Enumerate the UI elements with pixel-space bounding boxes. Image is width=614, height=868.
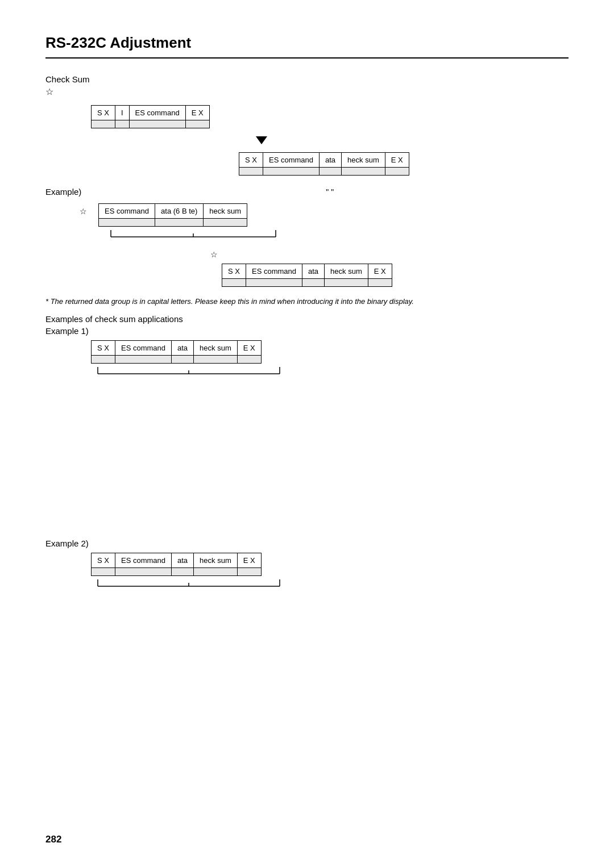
e2-ex: E X	[237, 553, 261, 567]
second-example-diagram-table: S X ES command ata heck sum E X	[222, 264, 392, 287]
btd-row2	[239, 168, 409, 176]
e2-row2	[92, 567, 262, 575]
ex-es-r2	[99, 219, 155, 227]
btd-ex: E X	[385, 153, 409, 168]
example-diagram-table: ES command ata (6 B te) heck sum	[98, 203, 247, 227]
top-cell-i-r2	[115, 120, 129, 128]
e1-row1: S X ES command ata heck sum E X	[92, 340, 262, 355]
arrow-down-icon	[256, 136, 267, 144]
e2-row1: S X ES command ata heck sum E X	[92, 553, 262, 567]
btd-row1: S X ES command ata heck sum E X	[239, 153, 409, 168]
e1-es: ES command	[115, 340, 171, 355]
ex2-ex-r2	[368, 279, 392, 287]
e1-sx-r2	[92, 355, 115, 363]
ex2-ata: ata	[302, 264, 325, 279]
bottom-top-diagram-table: S X ES command ata heck sum E X	[239, 152, 409, 176]
example-label: Example)	[45, 187, 81, 197]
top-cell-es-r2	[129, 120, 185, 128]
btd-ata-r2	[320, 168, 342, 176]
e2-ata-r2	[172, 567, 194, 575]
example2-diagram-table: S X ES command ata heck sum E X	[91, 553, 262, 576]
ex-heck-r2	[204, 219, 247, 227]
second-star-row: ☆	[210, 249, 569, 259]
e1-ex: E X	[237, 340, 261, 355]
example-bracket	[99, 228, 287, 238]
e1-row2	[92, 355, 262, 363]
btd-es-r2	[263, 168, 319, 176]
example-diagram-row: ☆ ES command ata (6 B te) heck sum	[80, 203, 569, 238]
top-cell-sx-r2	[92, 120, 115, 128]
example2-diagram-wrapper: S X ES command ata heck sum E X	[91, 553, 569, 587]
example1-bracket	[92, 365, 569, 375]
example1-diagram-table: S X ES command ata heck sum E X	[91, 340, 262, 364]
example2-bracket	[92, 577, 569, 587]
quote-note: " "	[326, 187, 334, 197]
ex2-es: ES command	[246, 264, 302, 279]
e1-heck: heck sum	[194, 340, 238, 355]
ex2-ata-r2	[302, 279, 325, 287]
page-number: 282	[45, 834, 61, 845]
btd-es: ES command	[263, 153, 319, 168]
example-diagram-wrapper: ES command ata (6 B te) heck sum	[98, 203, 287, 238]
bottom-top-diagram-wrapper: S X ES command ata heck sum E X	[239, 152, 569, 176]
top-diagram-row1: S X I ES command E X	[92, 106, 210, 120]
ex-ata-r2	[155, 219, 204, 227]
ex2-sx-r2	[222, 279, 246, 287]
e2-sx: S X	[92, 553, 115, 567]
e2-heck-r2	[194, 567, 238, 575]
btd-ata: ata	[320, 153, 342, 168]
star-symbol-1: ☆	[45, 86, 569, 97]
ex2-sx: S X	[222, 264, 246, 279]
e2-sx-r2	[92, 567, 115, 575]
top-cell-ex-r2	[185, 120, 209, 128]
e2-es: ES command	[115, 553, 171, 567]
top-diagram-row2	[92, 120, 210, 128]
btd-heck-r2	[342, 168, 385, 176]
top-cell-sx: S X	[92, 106, 115, 120]
top-diagram-table: S X I ES command E X	[91, 105, 210, 128]
ex2-row1: S X ES command ata heck sum E X	[222, 264, 392, 279]
e2-heck: heck sum	[194, 553, 238, 567]
ex2-ex: E X	[368, 264, 392, 279]
ex-diag-row1: ES command ata (6 B te) heck sum	[99, 204, 247, 219]
example1-label: Example 1)	[45, 326, 569, 336]
btd-ex-r2	[385, 168, 409, 176]
example1-diagram-wrapper: S X ES command ata heck sum E X	[91, 340, 569, 375]
btd-sx: S X	[239, 153, 263, 168]
e1-ex-r2	[237, 355, 261, 363]
top-diagram-wrapper: S X I ES command E X	[91, 105, 569, 128]
e1-sx: S X	[92, 340, 115, 355]
ex2-row2	[222, 279, 392, 287]
top-cell-es-command: ES command	[129, 106, 185, 120]
ex2-heck: heck sum	[325, 264, 368, 279]
e2-es-r2	[115, 567, 171, 575]
btd-sx-r2	[239, 168, 263, 176]
btd-heck: heck sum	[342, 153, 385, 168]
star-symbol-2: ☆	[80, 207, 87, 216]
e1-heck-r2	[194, 355, 238, 363]
page-title: RS-232C Adjustment	[45, 34, 569, 59]
ex2-heck-r2	[325, 279, 368, 287]
e2-ex-r2	[237, 567, 261, 575]
arrow-down-container	[256, 136, 569, 144]
e2-ata: ata	[172, 553, 194, 567]
ex-ata: ata (6 B te)	[155, 204, 204, 219]
example-label-row: Example) " "	[45, 187, 569, 197]
top-cell-ex: E X	[185, 106, 209, 120]
ex-diag-row2	[99, 219, 247, 227]
second-example-diagram-wrapper: S X ES command ata heck sum E X	[222, 264, 569, 287]
star-symbol-3: ☆	[210, 250, 218, 259]
italic-note: * The returned data group is in capital …	[45, 296, 534, 307]
example2-label: Example 2)	[45, 539, 569, 548]
e1-ata: ata	[172, 340, 194, 355]
ex2-es-r2	[246, 279, 302, 287]
ex-heck: heck sum	[204, 204, 247, 219]
ex-es: ES command	[99, 204, 155, 219]
section-heading: Check Sum	[45, 74, 569, 84]
e1-es-r2	[115, 355, 171, 363]
e1-ata-r2	[172, 355, 194, 363]
top-cell-i: I	[115, 106, 129, 120]
examples-heading: Examples of check sum applications	[45, 314, 569, 324]
